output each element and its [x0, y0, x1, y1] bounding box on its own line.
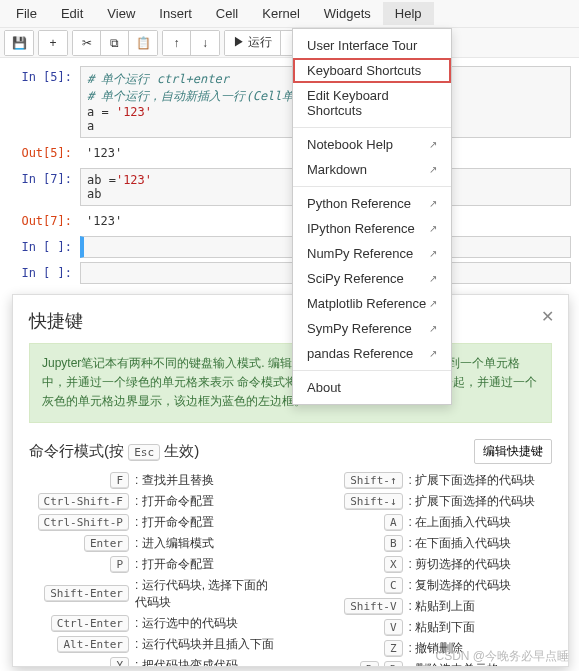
shortcut-desc: : 打开命令配置: [135, 493, 279, 510]
shortcut-row: Ctrl-Shift-P: 打开命令配置: [29, 514, 279, 531]
shortcut-desc: : 删除选中单元格: [409, 661, 553, 667]
shortcut-row: Shift-Enter: 运行代码块, 选择下面的代码块: [29, 577, 279, 611]
add-cell-button[interactable]: +: [39, 31, 67, 55]
external-link-icon: ↗: [429, 248, 437, 259]
copy-button[interactable]: ⧉: [101, 31, 129, 55]
external-link-icon: ↗: [429, 223, 437, 234]
move-up-button[interactable]: ↑: [163, 31, 191, 55]
shortcut-desc: : 撤销删除: [409, 640, 553, 657]
external-link-icon: ↗: [429, 164, 437, 175]
esc-key: Esc: [128, 444, 160, 461]
help-item-keyboard-shortcuts[interactable]: Keyboard Shortcuts: [293, 58, 451, 83]
menu-edit[interactable]: Edit: [49, 2, 95, 25]
help-item-about[interactable]: About: [293, 375, 451, 400]
shortcut-row: Alt-Enter: 运行代码块并且插入下面: [29, 636, 279, 653]
key: Z: [384, 640, 403, 657]
shortcut-desc: : 扩展下面选择的代码块: [409, 472, 553, 489]
key: Enter: [84, 535, 129, 552]
key: Shift-Enter: [44, 585, 129, 602]
key: Y: [110, 657, 129, 667]
shortcut-row: B: 在下面插入代码块: [303, 535, 553, 552]
key: D: [384, 661, 403, 667]
shortcut-desc: : 把代码块变成代码: [135, 657, 279, 667]
out-prompt: Out[7]:: [8, 210, 80, 232]
shortcut-desc: : 运行选中的代码块: [135, 615, 279, 632]
shortcut-desc: : 复制选择的代码块: [409, 577, 553, 594]
external-link-icon: ↗: [429, 298, 437, 309]
menubar: FileEditViewInsertCellKernelWidgetsHelp: [0, 0, 579, 28]
menu-widgets[interactable]: Widgets: [312, 2, 383, 25]
external-link-icon: ↗: [429, 348, 437, 359]
key: Alt-Enter: [57, 636, 129, 653]
help-menu-dropdown: User Interface TourKeyboard ShortcutsEdi…: [292, 28, 452, 405]
shortcut-row: D,D: 删除选中单元格: [303, 661, 553, 667]
help-item-numpy-reference[interactable]: NumPy Reference↗: [293, 241, 451, 266]
shortcut-desc: : 扩展下面选择的代码块: [409, 493, 553, 510]
key: C: [384, 577, 403, 594]
help-item-markdown[interactable]: Markdown↗: [293, 157, 451, 182]
key: V: [384, 619, 403, 636]
shortcuts-modal: ✕ 快捷键 Jupyter笔记本有两种不同的键盘输入模式. 编辑模式允许您将代码…: [12, 294, 569, 667]
shortcut-desc: : 粘贴到上面: [409, 598, 553, 615]
key: Ctrl-Shift-P: [38, 514, 129, 531]
shortcut-desc: : 在下面插入代码块: [409, 535, 553, 552]
shortcut-desc: : 在上面插入代码块: [409, 514, 553, 531]
cut-button[interactable]: ✂: [73, 31, 101, 55]
notebook-area: In [5]:# 单个运行 ctrl+enter# 单个运行，自动新插入一行(C…: [0, 58, 579, 286]
shortcut-desc: : 剪切选择的代码块: [409, 556, 553, 573]
key: B: [384, 535, 403, 552]
menu-help[interactable]: Help: [383, 2, 434, 25]
help-item-pandas-reference[interactable]: pandas Reference↗: [293, 341, 451, 366]
help-item-sympy-reference[interactable]: SymPy Reference↗: [293, 316, 451, 341]
help-item-scipy-reference[interactable]: SciPy Reference↗: [293, 266, 451, 291]
key: D: [360, 661, 379, 667]
menu-view[interactable]: View: [95, 2, 147, 25]
shortcut-desc: : 打开命令配置: [135, 514, 279, 531]
in-prompt: In [ ]:: [8, 236, 80, 258]
command-mode-heading: 命令行模式(按 Esc 生效): [29, 442, 199, 461]
toolbar: 💾 + ✂ ⧉ 📋 ↑ ↓ ▶ 运行 ■ C ↠ 代码 ⌨: [0, 28, 579, 58]
menu-cell[interactable]: Cell: [204, 2, 250, 25]
run-button[interactable]: ▶ 运行: [225, 31, 281, 55]
shortcut-desc: : 粘贴到下面: [409, 619, 553, 636]
in-prompt: In [5]:: [8, 66, 80, 138]
key: P: [110, 556, 129, 573]
shortcut-col-right: Shift-↑: 扩展下面选择的代码块Shift-↓: 扩展下面选择的代码块A:…: [303, 472, 553, 667]
help-item-user-interface-tour[interactable]: User Interface Tour: [293, 33, 451, 58]
external-link-icon: ↗: [429, 139, 437, 150]
move-down-button[interactable]: ↓: [191, 31, 219, 55]
edit-shortcuts-button[interactable]: 编辑快捷键: [474, 439, 552, 464]
paste-button[interactable]: 📋: [129, 31, 157, 55]
external-link-icon: ↗: [429, 323, 437, 334]
shortcut-desc: : 运行代码块, 选择下面的代码块: [135, 577, 279, 611]
menu-kernel[interactable]: Kernel: [250, 2, 312, 25]
shortcut-row: V: 粘贴到下面: [303, 619, 553, 636]
menu-insert[interactable]: Insert: [147, 2, 204, 25]
help-item-notebook-help[interactable]: Notebook Help↗: [293, 132, 451, 157]
help-item-matplotlib-reference[interactable]: Matplotlib Reference↗: [293, 291, 451, 316]
help-item-edit-keyboard-shortcuts[interactable]: Edit Keyboard Shortcuts: [293, 83, 451, 123]
in-prompt: In [7]:: [8, 168, 80, 206]
out-prompt: Out[5]:: [8, 142, 80, 164]
shortcut-desc: : 查找并且替换: [135, 472, 279, 489]
shortcut-row: Enter: 进入编辑模式: [29, 535, 279, 552]
shortcut-row: Shift-↑: 扩展下面选择的代码块: [303, 472, 553, 489]
shortcut-row: P: 打开命令配置: [29, 556, 279, 573]
key: A: [384, 514, 403, 531]
shortcut-row: Shift-↓: 扩展下面选择的代码块: [303, 493, 553, 510]
shortcut-row: Y: 把代码块变成代码: [29, 657, 279, 667]
close-icon[interactable]: ✕: [541, 307, 554, 326]
key: Ctrl-Enter: [51, 615, 129, 632]
save-button[interactable]: 💾: [5, 31, 33, 55]
external-link-icon: ↗: [429, 198, 437, 209]
help-item-python-reference[interactable]: Python Reference↗: [293, 191, 451, 216]
shortcut-row: C: 复制选择的代码块: [303, 577, 553, 594]
shortcut-row: X: 剪切选择的代码块: [303, 556, 553, 573]
key: Shift-↓: [344, 493, 402, 510]
help-item-ipython-reference[interactable]: IPython Reference↗: [293, 216, 451, 241]
info-box: Jupyter笔记本有两种不同的键盘输入模式. 编辑模式允许您将代码或文本输入到…: [29, 343, 552, 423]
modal-title: 快捷键: [29, 309, 552, 333]
in-prompt: In [ ]:: [8, 262, 80, 284]
menu-file[interactable]: File: [4, 2, 49, 25]
shortcut-row: Ctrl-Enter: 运行选中的代码块: [29, 615, 279, 632]
